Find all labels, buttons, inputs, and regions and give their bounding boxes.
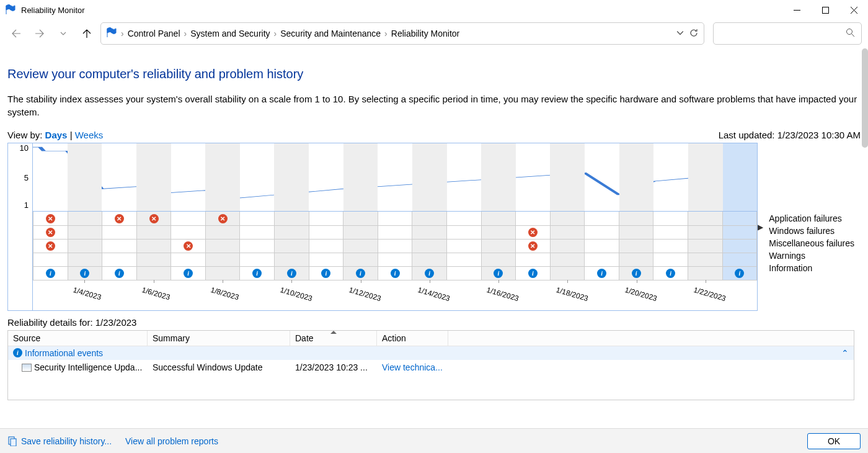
svg-rect-1 bbox=[822, 7, 828, 13]
address-bar[interactable]: › Control Panel › System and Security › … bbox=[100, 22, 704, 45]
breadcrumb[interactable]: Control Panel bbox=[128, 29, 180, 38]
minimize-button[interactable] bbox=[782, 0, 811, 20]
maximize-button[interactable] bbox=[811, 0, 839, 20]
back-button[interactable] bbox=[6, 24, 26, 43]
up-button[interactable] bbox=[77, 24, 97, 43]
chevron-down-icon[interactable] bbox=[676, 29, 684, 38]
window-title: Reliability Monitor bbox=[21, 6, 85, 15]
breadcrumb[interactable]: Security and Maintenance bbox=[280, 29, 381, 38]
navbar: › Control Panel › System and Security › … bbox=[0, 20, 868, 47]
close-button[interactable] bbox=[839, 0, 868, 20]
chevron-right-icon[interactable]: › bbox=[384, 29, 388, 38]
svg-line-5 bbox=[852, 34, 855, 37]
app-flag-icon bbox=[5, 4, 16, 16]
recent-dropdown[interactable] bbox=[53, 24, 73, 43]
search-input[interactable] bbox=[713, 22, 862, 45]
forward-button[interactable] bbox=[30, 24, 50, 43]
titlebar: Reliability Monitor bbox=[0, 0, 868, 20]
refresh-icon[interactable] bbox=[689, 28, 699, 40]
chevron-right-icon[interactable]: › bbox=[121, 29, 124, 38]
chevron-right-icon[interactable]: › bbox=[184, 29, 187, 38]
chevron-right-icon[interactable]: › bbox=[274, 29, 277, 38]
breadcrumb[interactable]: System and Security bbox=[190, 29, 270, 38]
flag-icon bbox=[106, 27, 117, 40]
breadcrumb[interactable]: Reliability Monitor bbox=[391, 29, 459, 38]
search-icon bbox=[846, 28, 855, 39]
svg-point-4 bbox=[847, 29, 852, 35]
